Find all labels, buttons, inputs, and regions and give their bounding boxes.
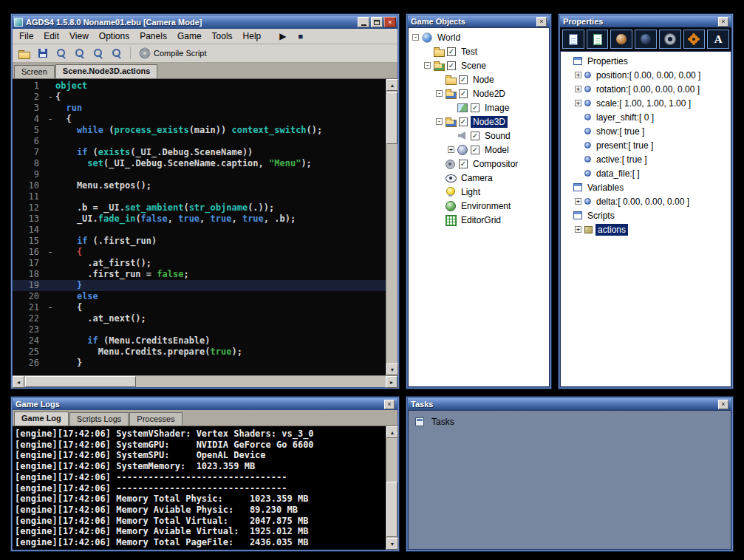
expander-rotation[interactable]: + bbox=[575, 86, 581, 92]
tasks-titlebar[interactable]: Tasks × bbox=[408, 398, 731, 410]
property-label-active[interactable]: active:[ true ] bbox=[594, 154, 649, 165]
expander-scale[interactable]: + bbox=[575, 100, 581, 106]
checkbox-node[interactable]: ✓ bbox=[459, 75, 468, 84]
property-label-data-file[interactable]: data_file:[ ] bbox=[594, 168, 642, 180]
close-button[interactable]: × bbox=[384, 400, 395, 409]
expander-node2d[interactable]: - bbox=[436, 90, 443, 97]
menu-item-panels[interactable]: Panels bbox=[134, 30, 172, 43]
property-label-layer-shift[interactable]: layer_shift:[ 0 ] bbox=[594, 112, 656, 123]
property-label-scale[interactable]: scale:[ 1.00, 1.00, 1.00 ] bbox=[594, 98, 693, 109]
tree-label-scene[interactable]: Scene bbox=[459, 60, 488, 72]
scroll-down-button[interactable]: ▼ bbox=[386, 363, 398, 375]
menu-item-game[interactable]: Game bbox=[172, 30, 207, 43]
property-row-delta[interactable]: +delta:[ 0.00, 0.00, 0.00 ] bbox=[561, 194, 731, 208]
minimize-button[interactable] bbox=[358, 17, 369, 27]
tree-label-node[interactable]: Node bbox=[471, 74, 496, 86]
property-label-variables[interactable]: Variables bbox=[585, 182, 626, 194]
file2-tool-button[interactable] bbox=[587, 30, 609, 49]
tree-item-node2d[interactable]: -✓Node2D bbox=[409, 86, 549, 100]
code-line-17[interactable]: 17 .at_first(); bbox=[13, 258, 386, 269]
code-line-23[interactable]: 23 bbox=[13, 324, 386, 335]
expander-delta[interactable]: + bbox=[575, 198, 581, 205]
close-button[interactable]: × bbox=[718, 400, 728, 409]
property-row-scripts[interactable]: Scripts bbox=[561, 208, 731, 222]
maximize-button[interactable] bbox=[371, 17, 383, 27]
property-label-present[interactable]: present:[ true ] bbox=[594, 140, 655, 151]
expander-world[interactable]: - bbox=[412, 34, 419, 41]
game-logs-titlebar[interactable]: Game Logs × bbox=[13, 398, 397, 410]
code-line-15[interactable]: 15 if (.first_run) bbox=[13, 236, 386, 247]
code-line-1[interactable]: 1object bbox=[13, 81, 386, 92]
find-button[interactable] bbox=[52, 46, 69, 61]
code-line-3[interactable]: 3 run bbox=[13, 103, 386, 114]
code-line-12[interactable]: 12 .b = _UI.set_ambient(str_objname(.)); bbox=[13, 202, 386, 214]
close-button[interactable]: × bbox=[536, 17, 547, 27]
scroll-up-button[interactable]: ▲ bbox=[386, 426, 398, 438]
code-editor[interactable]: 1object2-{3 run4- {5 while (process_exis… bbox=[13, 79, 386, 375]
code-line-9[interactable]: 9 bbox=[13, 169, 386, 180]
scroll-up-button[interactable]: ▲ bbox=[386, 79, 398, 91]
menu-item-edit[interactable]: Edit bbox=[38, 30, 64, 43]
open-button[interactable] bbox=[16, 46, 33, 61]
property-label-scripts[interactable]: Scripts bbox=[585, 210, 617, 222]
tree-item-environment[interactable]: Environment bbox=[409, 199, 549, 213]
scroll-right-button[interactable]: ► bbox=[386, 376, 397, 388]
tree-item-compositor[interactable]: ✓Compositor bbox=[409, 157, 549, 171]
checkbox-model[interactable]: ✓ bbox=[471, 146, 479, 154]
log-vscroll-thumb[interactable] bbox=[386, 482, 397, 537]
properties-titlebar[interactable]: Properties × bbox=[560, 16, 731, 27]
code-line-19[interactable]: 19 } bbox=[13, 280, 386, 291]
checkbox-node3d[interactable]: ✓ bbox=[459, 117, 468, 126]
property-row-position[interactable]: +position:[ 0.00, 0.00, 0.00 ] bbox=[561, 68, 731, 82]
property-row-actions[interactable]: +actions bbox=[561, 222, 731, 236]
tree-item-node3d[interactable]: -✓Node3D bbox=[409, 115, 549, 129]
scroll-down-button[interactable]: ▼ bbox=[386, 538, 398, 550]
code-line-6[interactable]: 6 bbox=[13, 136, 386, 147]
close-button[interactable]: × bbox=[718, 17, 728, 27]
menu-item-options[interactable]: Options bbox=[94, 30, 134, 43]
code-line-13[interactable]: 13 _UI.fade_in(false, true, true, true, … bbox=[13, 214, 386, 225]
checkbox-node2d[interactable]: ✓ bbox=[459, 89, 468, 98]
game-objects-tree[interactable]: -World✓Test-✓Scene✓Node-✓Node2D✓Image-✓N… bbox=[409, 28, 549, 229]
tree-item-camera[interactable]: Camera bbox=[409, 171, 549, 185]
log-tab-processes[interactable]: Processes bbox=[129, 412, 182, 426]
tree-label-image[interactable]: Image bbox=[482, 102, 511, 114]
menu-item-tools[interactable]: Tools bbox=[207, 30, 238, 43]
game-objects-titlebar[interactable]: Game Objects × bbox=[408, 16, 550, 27]
expander-scene[interactable]: - bbox=[424, 62, 431, 69]
code-line-10[interactable]: 10 Menu.setpos(); bbox=[13, 180, 386, 191]
checkbox-scene[interactable]: ✓ bbox=[447, 61, 456, 70]
expander-position[interactable]: + bbox=[575, 72, 581, 78]
tree-item-world[interactable]: -World bbox=[409, 30, 549, 44]
find-prev-button[interactable] bbox=[89, 46, 106, 61]
tree-label-test[interactable]: Test bbox=[459, 46, 479, 58]
code-line-24[interactable]: 24 if (Menu.CreditsEnable) bbox=[13, 335, 386, 346]
checkbox-test[interactable]: ✓ bbox=[447, 47, 456, 56]
property-label-position[interactable]: position:[ 0.00, 0.00, 0.00 ] bbox=[594, 69, 703, 81]
log-tab-scripts-logs[interactable]: Scripts Logs bbox=[69, 412, 129, 426]
log-vscrollbar[interactable]: ▲ ▼ bbox=[386, 426, 397, 550]
tree-item-test[interactable]: ✓Test bbox=[409, 44, 549, 58]
tree-label-node2d[interactable]: Node2D bbox=[471, 88, 508, 100]
editor-vscrollbar[interactable]: ▲ ▼ bbox=[386, 79, 397, 375]
code-line-18[interactable]: 18 .first_run = false; bbox=[13, 269, 386, 280]
tree-label-node3d[interactable]: Node3D bbox=[471, 116, 508, 128]
checkbox-compositor[interactable]: ✓ bbox=[459, 160, 468, 168]
task-item[interactable]: Tasks bbox=[415, 417, 724, 427]
code-line-26[interactable]: 26 } bbox=[13, 358, 386, 369]
editor-hscroll-thumb[interactable] bbox=[25, 376, 136, 387]
property-label-actions[interactable]: actions bbox=[595, 224, 628, 236]
fold-marker[interactable]: - bbox=[45, 247, 55, 258]
play-button[interactable]: ▶ bbox=[279, 32, 286, 41]
file-tool-button[interactable] bbox=[562, 30, 584, 49]
tree-item-image[interactable]: ✓Image bbox=[409, 100, 549, 115]
code-line-14[interactable]: 14 bbox=[13, 225, 386, 236]
property-row-variables[interactable]: Variables bbox=[561, 180, 731, 194]
tree-label-compositor[interactable]: Compositor bbox=[471, 158, 520, 170]
property-row-show[interactable]: show:[ true ] bbox=[561, 124, 731, 138]
close-button[interactable]: × bbox=[384, 17, 396, 27]
code-line-20[interactable]: 20 else bbox=[13, 291, 386, 302]
sphere-tool-button[interactable] bbox=[610, 30, 632, 49]
code-line-25[interactable]: 25 Menu.Credits.prepare(true); bbox=[13, 346, 386, 358]
code-line-11[interactable]: 11 bbox=[13, 191, 386, 202]
